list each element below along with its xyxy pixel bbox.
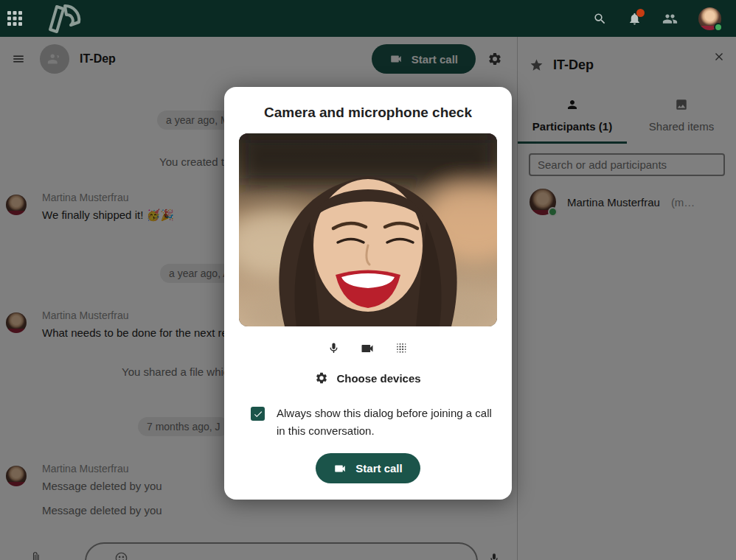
gear-icon <box>315 371 328 385</box>
videocam-icon <box>333 462 347 475</box>
check-icon <box>253 409 263 419</box>
notifications-bell-icon[interactable] <box>628 12 642 26</box>
search-icon[interactable] <box>593 12 607 26</box>
notification-badge <box>636 9 645 17</box>
camera-status-icon[interactable] <box>360 341 375 356</box>
always-show-checkbox[interactable] <box>251 407 265 421</box>
blur-background-icon[interactable] <box>395 341 409 355</box>
contacts-icon[interactable] <box>662 11 678 27</box>
choose-devices-button[interactable]: Choose devices <box>315 371 420 385</box>
dialog-start-call-button[interactable]: Start call <box>316 453 420 483</box>
always-show-checkbox-row[interactable]: Always show this dialog before joining a… <box>251 405 512 440</box>
device-check-dialog: Camera and microphone check <box>224 87 512 500</box>
apps-grid-icon[interactable] <box>6 10 24 27</box>
user-status-dot <box>714 23 723 32</box>
dialog-title: Camera and microphone check <box>224 105 512 121</box>
talk-app: IT-Dep Start call a year ago, M You crea… <box>0 0 736 560</box>
top-app-bar <box>0 0 736 37</box>
microphone-status-icon[interactable] <box>327 340 340 356</box>
camera-preview <box>239 133 497 326</box>
user-avatar[interactable] <box>698 7 721 30</box>
instance-logo-icon[interactable] <box>44 2 86 35</box>
checkbox-label: Always show this dialog before joining a… <box>277 405 499 440</box>
